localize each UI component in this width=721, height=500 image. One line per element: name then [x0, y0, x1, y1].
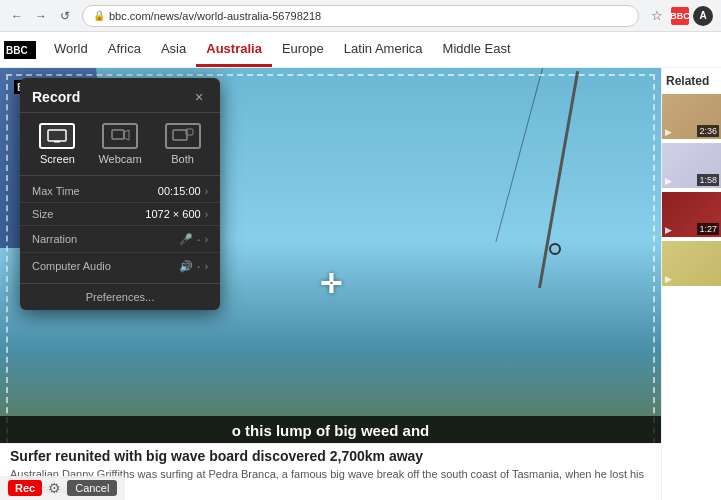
rec-cancel-button[interactable]: Cancel	[67, 480, 117, 496]
size-chevron: ›	[205, 209, 208, 220]
size-text: 1072 × 600	[145, 208, 200, 220]
subtitle-bar: o this lump of big weed and	[0, 416, 661, 445]
size-label: Size	[32, 208, 53, 220]
video-background: BBC ✛ o this lump of big weed and Record…	[0, 68, 661, 500]
forward-button[interactable]: →	[32, 7, 50, 25]
extension-icon-1[interactable]: BBC	[671, 7, 689, 25]
play-icon-3: ▶	[665, 225, 672, 235]
svg-text:BBC: BBC	[6, 45, 28, 56]
nav-item-europe[interactable]: Europe	[272, 32, 334, 67]
fishing-hook	[549, 243, 561, 255]
maxtime-text: 00:15:00	[158, 185, 201, 197]
extension-icon-2[interactable]: A	[693, 6, 713, 26]
video-section: BBC ✛ o this lump of big weed and Record…	[0, 68, 661, 500]
nav-item-latin-america[interactable]: Latin America	[334, 32, 433, 67]
related-video-4[interactable]: ▶	[662, 241, 721, 286]
narration-chevron: ›	[205, 234, 208, 245]
record-dialog-header: Record ×	[20, 78, 220, 113]
narration-dot: ·	[197, 231, 201, 247]
related-video-2[interactable]: ▶ 1:58	[662, 143, 721, 188]
bbc-logo: BBC	[4, 32, 36, 67]
content-area: BBC ✛ o this lump of big weed and Record…	[0, 68, 721, 500]
screen-mode-label: Screen	[40, 153, 75, 165]
page-wrapper: ← → ↺ 🔒 bbc.com/news/av/world-australia-…	[0, 0, 721, 500]
narration-label: Narration	[32, 233, 77, 245]
record-size-row[interactable]: Size 1072 × 600 ›	[20, 203, 220, 226]
duration-2: 1:58	[697, 174, 719, 186]
related-header: Related	[662, 68, 721, 94]
record-close-button[interactable]: ×	[190, 88, 208, 106]
audio-dot: ·	[197, 258, 201, 274]
narration-value: 🎤 · ›	[179, 231, 208, 247]
record-mode-screen[interactable]: Screen	[39, 123, 75, 165]
move-cursor-icon: ✛	[320, 269, 342, 300]
svg-rect-3	[54, 141, 60, 143]
reload-button[interactable]: ↺	[56, 7, 74, 25]
rec-bar: Rec ⚙ Cancel	[0, 476, 125, 500]
record-dialog: Record × Screen	[20, 78, 220, 310]
record-settings: Max Time 00:15:00 › Size 1072 × 600 ›	[20, 176, 220, 284]
browser-right-icons: ☆ BBC A	[647, 6, 713, 26]
back-button[interactable]: ←	[8, 7, 26, 25]
mic-icon: 🎤	[179, 233, 193, 246]
address-bar[interactable]: 🔒 bbc.com/news/av/world-australia-567982…	[82, 5, 639, 27]
nav-item-australia[interactable]: Australia	[196, 32, 272, 67]
related-video-3[interactable]: ▶ 1:27	[662, 192, 721, 237]
record-mode-both[interactable]: Both	[165, 123, 201, 165]
speaker-icon: 🔊	[179, 260, 193, 273]
duration-3: 1:27	[697, 223, 719, 235]
both-mode-icon	[165, 123, 201, 149]
audio-chevron: ›	[205, 261, 208, 272]
screen-mode-icon	[39, 123, 75, 149]
record-mode-webcam[interactable]: Webcam	[98, 123, 141, 165]
svg-rect-4	[112, 130, 124, 139]
record-dialog-title: Record	[32, 89, 80, 105]
nav-bar: BBC World Africa Asia Australia Europe L…	[0, 32, 721, 68]
nav-item-africa[interactable]: Africa	[98, 32, 151, 67]
article-headline: Surfer reunited with big wave board disc…	[10, 447, 651, 465]
rec-badge: Rec	[8, 480, 42, 496]
svg-rect-6	[173, 130, 187, 140]
fishing-line	[495, 68, 543, 242]
related-video-1[interactable]: ▶ 2:36	[662, 94, 721, 139]
browser-nav-controls: ← → ↺	[8, 7, 74, 25]
audio-value: 🔊 · ›	[179, 258, 208, 274]
fishing-rod	[538, 71, 579, 288]
webcam-mode-icon	[102, 123, 138, 149]
maxtime-chevron: ›	[205, 186, 208, 197]
play-icon-2: ▶	[665, 176, 672, 186]
record-modes: Screen Webcam	[20, 113, 220, 176]
nav-item-middle-east[interactable]: Middle East	[433, 32, 521, 67]
record-narration-row[interactable]: Narration 🎤 · ›	[20, 226, 220, 253]
maxtime-label: Max Time	[32, 185, 80, 197]
record-audio-row[interactable]: Computer Audio 🔊 · ›	[20, 253, 220, 279]
audio-label: Computer Audio	[32, 260, 111, 272]
size-value: 1072 × 600 ›	[145, 208, 208, 220]
nav-item-world[interactable]: World	[44, 32, 98, 67]
webcam-mode-label: Webcam	[98, 153, 141, 165]
play-icon-4: ▶	[665, 274, 672, 284]
both-mode-label: Both	[171, 153, 194, 165]
record-maxtime-row[interactable]: Max Time 00:15:00 ›	[20, 180, 220, 203]
browser-chrome: ← → ↺ 🔒 bbc.com/news/av/world-australia-…	[0, 0, 721, 32]
star-icon[interactable]: ☆	[647, 6, 667, 26]
right-sidebar: Related ▶ 2:36 ▶ 1:58 ▶ 1:27 ▶	[661, 68, 721, 500]
address-url: bbc.com/news/av/world-australia-56798218	[109, 10, 321, 22]
duration-1: 2:36	[697, 125, 719, 137]
maxtime-value: 00:15:00 ›	[158, 185, 208, 197]
svg-rect-2	[48, 130, 66, 141]
lock-icon: 🔒	[93, 10, 105, 21]
play-icon-1: ▶	[665, 127, 672, 137]
rec-gear-icon[interactable]: ⚙	[48, 480, 61, 496]
nav-item-asia[interactable]: Asia	[151, 32, 196, 67]
preferences-button[interactable]: Preferences...	[20, 284, 220, 310]
